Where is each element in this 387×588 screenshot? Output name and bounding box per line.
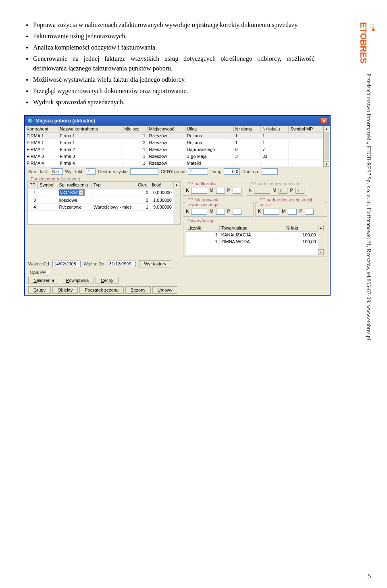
pp-nadrzedny-rejestracji-group: PP nadrzędny w rejestracji nalicz. K M P bbox=[255, 197, 327, 217]
group-legend: PP nadrzędny w rejestracji nalicz. bbox=[258, 197, 325, 207]
col-licznik[interactable]: Licznik bbox=[186, 225, 219, 232]
ceny-label: CENY grupa bbox=[161, 169, 186, 174]
close-button[interactable]: ✕ bbox=[320, 118, 327, 124]
col-symbolmp[interactable]: Symbol MP bbox=[289, 126, 323, 133]
grupy-button[interactable]: Grupy bbox=[28, 286, 51, 294]
temp-label: Temp bbox=[210, 169, 221, 174]
sam-fakt-label: Sam. fakt. bbox=[28, 169, 48, 174]
scroll-up-icon[interactable]: ▴ bbox=[318, 225, 324, 230]
k-field[interactable] bbox=[191, 188, 207, 194]
table-row[interactable]: 4 Ryczałtowe Wartościowy - mies 1 9,0000… bbox=[28, 204, 174, 211]
scrollbar[interactable]: ▴ ▾ bbox=[318, 225, 325, 255]
ceny-field[interactable]: 1 bbox=[188, 168, 208, 175]
bullet-item: Możliwość wystawiania wielu faktur dla j… bbox=[24, 75, 314, 85]
col-miejscowosc[interactable]: Miejscowość bbox=[147, 126, 185, 133]
form-row: Sam. fakt. Nie Wyr. fakt. 1 Centrum zysk… bbox=[25, 167, 330, 176]
wyr-faktury-button[interactable]: Wyr.faktury bbox=[139, 260, 172, 267]
sp-rozl-dropdown[interactable]: Liczników ▾ bbox=[59, 189, 84, 196]
wazne-do-label: Ważne Do bbox=[84, 261, 104, 266]
col-ilosc[interactable]: Ilość bbox=[150, 182, 173, 188]
powiazania-button[interactable]: Powiązania bbox=[61, 277, 94, 284]
opis-label: Opis PP bbox=[30, 270, 46, 275]
col-miejsce[interactable]: Miejsce bbox=[123, 126, 147, 133]
poczatek-sezonu-button[interactable]: Początek sezonu bbox=[79, 286, 124, 294]
scrollbar[interactable]: ▴ ▾ bbox=[323, 126, 330, 167]
table-row[interactable]: FIRMA 2 Firma 2 1 Rzeszów Dąbrowskiego 6… bbox=[25, 146, 323, 153]
temp-field[interactable]: 0,0 bbox=[224, 168, 240, 175]
k-field[interactable] bbox=[191, 209, 207, 215]
table-row[interactable]: 1 ZIMNA WODA 100,00 bbox=[186, 238, 318, 245]
sam-fakt-field[interactable]: Nie bbox=[51, 168, 63, 175]
group-legend: PP nadlicznika bbox=[186, 181, 218, 186]
sezony-button[interactable]: Sezony bbox=[125, 286, 151, 294]
col-sprozl[interactable]: Sp. rozliczenia bbox=[57, 182, 92, 188]
col-fakt[interactable]: % fakt bbox=[284, 225, 318, 232]
table-row[interactable]: FIRMA 3 Firma 3 1 Rzeszów 3-go Maja 3 33 bbox=[25, 153, 323, 160]
centrum-field[interactable] bbox=[130, 168, 158, 175]
obiekty-button[interactable]: Obiekty bbox=[52, 286, 78, 294]
table-row[interactable]: 1 Liczników ▾ 0 0,000000 bbox=[28, 188, 174, 197]
table-row[interactable]: 1 KANALIZACJA 100,00 bbox=[186, 232, 318, 238]
towary-table[interactable]: Licznik Towar/usługa % fakt 1 KANALIZACJ… bbox=[186, 225, 318, 255]
table-row[interactable]: FIRMA 4 Firma 4 1 Rzeszów Matejki bbox=[25, 160, 323, 167]
bullet-item: Wydruk sprawozdań sprzedażnych. bbox=[24, 97, 314, 107]
col-symbol[interactable]: Symbol bbox=[38, 182, 57, 188]
table-row[interactable]: 3 Ilościowe 0 1,000000 bbox=[28, 197, 174, 204]
dates-row: Ważne Od 14/02/2008 Ważne Do 31/12/9999 … bbox=[25, 259, 330, 269]
bullet-item: Poprawa zużycia w naliczeniach zafakturo… bbox=[24, 20, 314, 30]
p-field[interactable] bbox=[233, 209, 241, 215]
chevron-down-icon[interactable]: ▾ bbox=[79, 190, 83, 195]
pp-nadrzedny-podziale-group: PP nadrzędny w podziale K M0 P0 bbox=[246, 181, 307, 196]
wyr-fakt-label: Wyr. fakt. bbox=[65, 169, 84, 174]
m-field: 0 bbox=[279, 188, 287, 194]
col-kontrahent[interactable]: Kontrahent bbox=[25, 126, 58, 133]
centrum-label: Centrum zysku bbox=[98, 169, 127, 174]
bullet-item: Analiza kompletności odczytów i fakturow… bbox=[24, 43, 314, 52]
m-field[interactable] bbox=[216, 188, 225, 194]
cechy-button[interactable]: Cechy bbox=[96, 277, 119, 284]
group-legend: PP nadrzędny w podziale bbox=[249, 181, 302, 186]
col-nrlok[interactable]: Nr lokalu bbox=[260, 126, 288, 133]
table-row[interactable]: FIRMA 1 Firma 1 2 Rzeszów Rejtana 1 1 bbox=[25, 139, 323, 146]
punkty-legend: Punkty poboru bbox=[31, 176, 59, 181]
scroll-up-icon[interactable]: ▴ bbox=[324, 126, 329, 131]
umowy-button[interactable]: Umowy bbox=[152, 286, 178, 294]
scrollbar[interactable]: ▴ bbox=[174, 182, 180, 224]
window-title: Miejsca poboru (aktualne) bbox=[35, 118, 95, 124]
sidebar: ⋮⋮ETOBRES Przedsiębiorstwo Informatyki „… bbox=[360, 8, 377, 439]
group-legend: Towary/usługi bbox=[186, 218, 216, 223]
company-info: Przedsiębiorstwo Informatyki „ ETOB-RES”… bbox=[365, 73, 372, 340]
pp-nadlicznika-group: PP nadlicznika K M P bbox=[183, 181, 244, 196]
p-field: 0 bbox=[295, 188, 304, 194]
scroll-down-icon[interactable]: ▾ bbox=[324, 161, 329, 167]
bullet-list: Poprawa zużycia w naliczeniach zafakturo… bbox=[24, 20, 314, 107]
app-window: Miejsca poboru (aktualne) ✕ Kontrahent N… bbox=[24, 115, 331, 296]
m-field[interactable] bbox=[288, 209, 297, 215]
col-typ[interactable]: Typ bbox=[92, 182, 136, 188]
col-nrdomu[interactable]: Nr domu bbox=[233, 126, 260, 133]
k-field[interactable] bbox=[263, 209, 279, 215]
col-okre[interactable]: Okre bbox=[136, 182, 150, 188]
towary-group: Towary/usługi Licznik Towar/usługa % fak… bbox=[183, 218, 327, 257]
col-nazwa[interactable]: Nazwa kontrahenta bbox=[58, 126, 123, 133]
punkty-table[interactable]: PP Symbol Sp. rozliczenia Typ Okre Ilość… bbox=[28, 182, 174, 224]
button-row-1: Naliczenia Powiązania Cechy bbox=[25, 275, 330, 285]
col-pp[interactable]: PP bbox=[28, 182, 38, 188]
p-field[interactable] bbox=[305, 209, 314, 215]
scroll-up-icon[interactable]: ▴ bbox=[174, 182, 179, 187]
naliczenia-button[interactable]: Naliczenia bbox=[28, 277, 59, 284]
dod-field[interactable] bbox=[262, 168, 278, 175]
app-icon bbox=[27, 118, 33, 124]
wazne-od-label: Ważne Od bbox=[28, 261, 49, 266]
m-field[interactable] bbox=[216, 209, 225, 215]
col-ulica[interactable]: Ulica bbox=[185, 126, 233, 133]
miejsca-table[interactable]: Kontrahent Nazwa kontrahenta Miejsce Mie… bbox=[25, 126, 323, 167]
wyr-fakt-field[interactable]: 1 bbox=[86, 168, 96, 175]
wazne-od-field[interactable]: 14/02/2008 bbox=[52, 261, 81, 267]
p-field[interactable] bbox=[233, 188, 241, 194]
opis-field[interactable] bbox=[46, 269, 49, 275]
table-row[interactable]: FIRMA 1 Firma 1 1 Rzeszów Rejtana 1 1 bbox=[25, 133, 323, 139]
wazne-do-field[interactable]: 31/12/9999 bbox=[108, 261, 136, 267]
scroll-down-icon[interactable]: ▾ bbox=[318, 249, 324, 255]
col-towar[interactable]: Towar/usługa bbox=[219, 225, 284, 232]
